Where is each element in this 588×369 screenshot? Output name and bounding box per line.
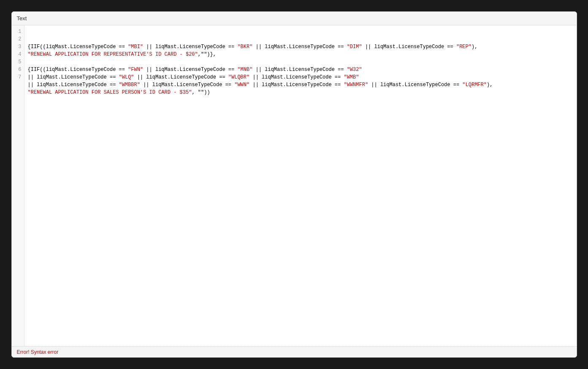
code-line: || liqMast.LicenseTypeCode == "WLQ" || l… bbox=[28, 73, 573, 81]
code-segment: "BKR" bbox=[237, 44, 252, 50]
code-line: {IIF((liqMast.LicenseTypeCode == "MBI" |… bbox=[28, 43, 573, 51]
code-segment: ,"")}, bbox=[198, 52, 216, 57]
line-number: 2 bbox=[12, 35, 24, 43]
error-message: Error! Syntax error bbox=[17, 349, 59, 355]
code-segment: || liqMast.LicenseTypeCode == bbox=[143, 44, 237, 50]
code-segment: "WWNMFR" bbox=[344, 82, 368, 88]
line-number: 3 bbox=[12, 43, 24, 51]
code-segment: "WWN" bbox=[234, 82, 249, 88]
code-segment: "LQRMFR" bbox=[462, 82, 487, 88]
code-segment: ), bbox=[471, 44, 477, 50]
code-segment: "WLQ" bbox=[119, 74, 134, 80]
window-title: Text bbox=[12, 12, 577, 25]
line-number: 7 bbox=[12, 73, 24, 81]
code-segment: "WMB" bbox=[344, 74, 359, 80]
code-segment: "DIM" bbox=[347, 44, 362, 50]
editor-area[interactable]: 1234567 {IIF((liqMast.LicenseTypeCode ==… bbox=[12, 25, 577, 346]
code-segment: || liqMast.LicenseTypeCode == bbox=[28, 82, 119, 88]
code-segment: "RENEWAL APPLICATION FOR REPRESENTATIVE'… bbox=[28, 52, 198, 57]
code-segment: || liqMast.LicenseTypeCode == bbox=[249, 74, 344, 80]
code-segment: , "")) bbox=[192, 90, 210, 95]
code-segment: || liqMast.LicenseTypeCode == bbox=[28, 74, 119, 80]
code-segment: "RENEWAL APPLICATION FOR SALES PERSON'S … bbox=[28, 90, 192, 95]
code-segment: "MBI" bbox=[128, 44, 143, 50]
status-bar: Error! Syntax error bbox=[12, 346, 577, 357]
code-line: "RENEWAL APPLICATION FOR REPRESENTATIVE'… bbox=[28, 51, 573, 58]
line-number: 6 bbox=[12, 66, 24, 73]
code-line: {IIF((liqMast.LicenseTypeCode == "FWN" |… bbox=[28, 66, 573, 73]
code-segment: "W32" bbox=[347, 67, 362, 73]
code-segment: || liqMast.LicenseTypeCode == bbox=[134, 74, 228, 80]
line-number: 4 bbox=[12, 51, 24, 58]
code-segment: "FWN" bbox=[128, 67, 143, 73]
line-numbers: 1234567 bbox=[12, 25, 24, 346]
code-segment: || liqMast.LicenseTypeCode == bbox=[249, 82, 344, 88]
code-segment: || liqMast.LicenseTypeCode == bbox=[143, 67, 237, 73]
line-number: 1 bbox=[12, 28, 24, 35]
code-line bbox=[28, 58, 573, 66]
code-line: "RENEWAL APPLICATION FOR SALES PERSON'S … bbox=[28, 89, 573, 96]
code-editor[interactable]: {IIF((liqMast.LicenseTypeCode == "MBI" |… bbox=[24, 25, 577, 346]
code-segment: "WMBBR" bbox=[119, 82, 140, 88]
code-segment: || liqMast.LicenseTypeCode == bbox=[252, 44, 347, 50]
code-segment: "REP" bbox=[456, 44, 471, 50]
text-editor-window: Text 1234567 {IIF((liqMast.LicenseTypeCo… bbox=[11, 11, 577, 358]
code-segment: {IIF((liqMast.LicenseTypeCode == bbox=[28, 44, 128, 50]
code-segment: || liqMast.LicenseTypeCode == bbox=[362, 44, 456, 50]
line-number: 5 bbox=[12, 58, 24, 66]
code-segment: || liqMast.LicenseTypeCode == bbox=[140, 82, 234, 88]
code-segment: "MNB" bbox=[237, 67, 252, 73]
code-segment: || liqMast.LicenseTypeCode == bbox=[252, 67, 347, 73]
code-segment: ), bbox=[487, 82, 493, 88]
code-segment: || liqMast.LicenseTypeCode == bbox=[368, 82, 462, 88]
code-line: || liqMast.LicenseTypeCode == "WMBBR" ||… bbox=[28, 81, 573, 89]
code-segment: "WLQBR" bbox=[228, 74, 249, 80]
code-segment: {IIF((liqMast.LicenseTypeCode == bbox=[28, 67, 128, 73]
